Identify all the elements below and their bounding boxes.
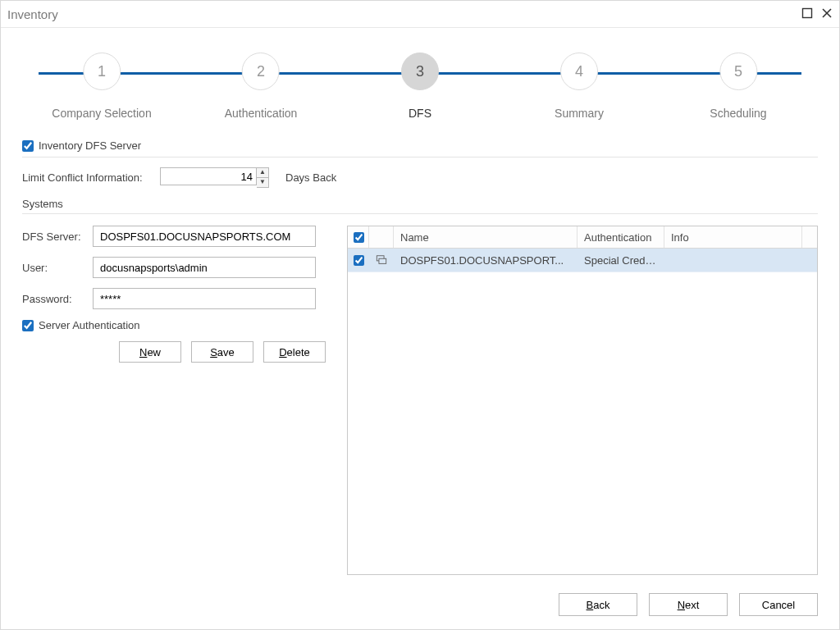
limit-conflict-input[interactable] <box>160 167 257 185</box>
step-label: Company Selection <box>52 107 151 120</box>
inventory-dfs-checkbox-row: Inventory DFS Server <box>22 139 818 152</box>
btn-text-suffix: ack <box>593 599 609 611</box>
titlebar: Inventory <box>1 1 839 28</box>
table-row[interactable]: DOSPFS01.DOCUSNAPSPORT... Special Crede.… <box>348 249 817 272</box>
step-label: Authentication <box>225 107 298 120</box>
step-company-selection[interactable]: 1 Company Selection <box>52 52 151 120</box>
btn-text-suffix: ew <box>147 346 161 358</box>
step-label: DFS <box>401 107 439 120</box>
delete-button[interactable]: Delete <box>263 341 326 363</box>
grid-select-all-checkbox[interactable] <box>354 232 364 243</box>
password-input[interactable] <box>93 288 316 309</box>
svg-rect-0 <box>803 8 812 17</box>
step-number: 2 <box>242 52 280 90</box>
user-label: User: <box>22 262 93 274</box>
divider <box>22 157 818 158</box>
close-icon[interactable] <box>821 7 833 21</box>
grid-body[interactable]: DOSPFS01.DOCUSNAPSPORT... Special Crede.… <box>348 249 817 574</box>
wizard-footer: Back Next Cancel <box>559 593 818 616</box>
server-auth-label: Server Authentication <box>39 319 140 331</box>
dfs-server-input[interactable] <box>93 226 316 247</box>
step-number: 4 <box>560 52 598 90</box>
new-button[interactable]: New <box>119 341 181 363</box>
step-dfs[interactable]: 3 DFS <box>401 52 439 120</box>
btn-text-suffix: ext <box>685 599 699 611</box>
row-checkbox[interactable] <box>354 255 364 266</box>
step-summary[interactable]: 4 Summary <box>555 52 604 120</box>
user-input[interactable] <box>93 257 316 278</box>
grid-header: Name Authentication Info <box>348 226 817 249</box>
limit-conflict-spinner: ▲ ▼ <box>160 167 269 188</box>
inventory-dfs-checkbox[interactable] <box>22 140 34 152</box>
step-label: Summary <box>555 107 604 120</box>
dfs-server-label: DFS Server: <box>22 231 93 243</box>
inventory-window: Inventory 1 Company Selection 2 Authenti… <box>0 0 840 630</box>
grid-col-padding <box>802 226 817 248</box>
step-label: Scheduling <box>710 107 766 120</box>
limit-conflict-row: Limit Conflict Information: ▲ ▼ Days Bac… <box>22 167 818 188</box>
btn-text-suffix: ave <box>217 346 235 358</box>
row-name: DOSPFS01.DOCUSNAPSPORT... <box>394 254 578 267</box>
maximize-icon[interactable] <box>801 7 813 21</box>
btn-text: Cancel <box>762 599 795 611</box>
server-auth-row: Server Authentication <box>22 319 326 331</box>
server-auth-checkbox[interactable] <box>22 320 34 331</box>
password-label: Password: <box>22 293 93 305</box>
system-form: DFS Server: User: Password: Server Authe… <box>22 226 326 575</box>
grid-col-icon[interactable] <box>369 226 394 248</box>
next-button[interactable]: Next <box>649 593 728 616</box>
grid-col-auth[interactable]: Authentication <box>578 226 664 248</box>
grid-col-info[interactable]: Info <box>664 226 802 248</box>
step-number: 3 <box>401 52 439 90</box>
cancel-button[interactable]: Cancel <box>739 593 818 616</box>
days-back-label: Days Back <box>285 171 336 184</box>
spinner-down-icon[interactable]: ▼ <box>257 178 268 187</box>
step-authentication[interactable]: 2 Authentication <box>225 52 298 120</box>
wizard-stepper: 1 Company Selection 2 Authentication 3 D… <box>22 46 818 136</box>
spinner-up-icon[interactable]: ▲ <box>257 168 268 178</box>
divider <box>22 213 818 214</box>
svg-rect-4 <box>379 258 386 263</box>
systems-grid: Name Authentication Info <box>347 226 818 575</box>
step-number: 1 <box>83 52 121 90</box>
step-number: 5 <box>719 52 757 90</box>
limit-conflict-label: Limit Conflict Information: <box>22 171 152 184</box>
back-button[interactable]: Back <box>559 593 637 616</box>
server-icon <box>369 253 394 267</box>
btn-text-suffix: elete <box>287 346 310 358</box>
save-button[interactable]: Save <box>191 341 253 363</box>
grid-col-name[interactable]: Name <box>394 226 578 248</box>
step-scheduling[interactable]: 5 Scheduling <box>710 52 766 120</box>
systems-heading: Systems <box>22 198 818 210</box>
row-auth: Special Crede... <box>578 254 664 267</box>
window-title: Inventory <box>7 7 801 21</box>
inventory-dfs-label: Inventory DFS Server <box>39 139 141 152</box>
